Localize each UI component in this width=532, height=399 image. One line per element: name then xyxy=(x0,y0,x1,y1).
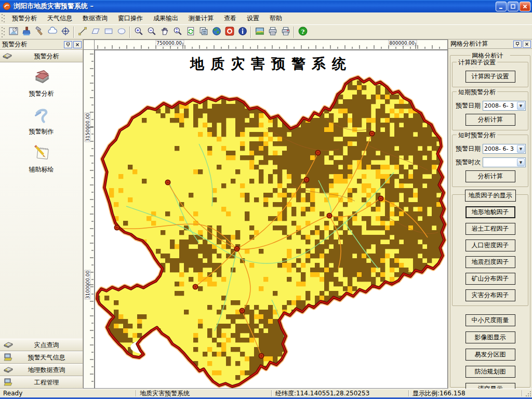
geo-factor-button-5[interactable]: 灾害分布因子 xyxy=(466,289,515,301)
short-term-date-combobox[interactable]: 2008- 6- 3 ▼ xyxy=(483,101,526,111)
zoom-in-icon xyxy=(134,26,143,37)
map-canvas[interactable]: 地质灾害预警系统 xyxy=(95,50,448,389)
left-panel-item-list: 预警分析预警制作辅助标绘 xyxy=(0,62,83,339)
polygon-tool-icon xyxy=(91,26,100,37)
menu-item-5[interactable]: 测量计算 xyxy=(183,12,219,24)
ruler-corner xyxy=(83,39,95,50)
menu-item-7[interactable]: 设置 xyxy=(242,12,264,24)
crosshair-icon xyxy=(61,26,70,37)
svg-text:750000.00: 750000.00 xyxy=(156,41,182,46)
geo-factor-button-3[interactable]: 地震烈度因子 xyxy=(466,256,515,268)
copy-layers-tool-button[interactable] xyxy=(197,26,210,38)
extra-button-0[interactable]: 中小尺度雨量 xyxy=(466,314,515,326)
status-cell-2: 经纬度:114.140551,28.250253 xyxy=(272,389,408,397)
extra-button-1[interactable]: 影像图显示 xyxy=(466,331,515,343)
short-time-session-combobox[interactable]: ▼ xyxy=(483,157,526,167)
geo-factor-button-2[interactable]: 人口密度因子 xyxy=(466,240,515,251)
line-tool-icon xyxy=(78,26,87,37)
left-panel-close-button[interactable] xyxy=(73,41,82,48)
menu-item-6[interactable]: 查看 xyxy=(219,12,242,24)
geo-factor-button-0[interactable]: 地形地貌因子 xyxy=(466,206,515,218)
short-time-analyze-button[interactable]: 分析计算 xyxy=(466,170,515,182)
bottom-category-0[interactable]: 灾点查询 xyxy=(0,339,83,351)
short-term-analyze-button[interactable]: 分析计算 xyxy=(466,114,515,126)
left-panel-pin-button[interactable] xyxy=(64,41,72,48)
window-title: 浏阳市地质灾害预警系统 – xyxy=(14,2,495,11)
zoom-extent-tool-button[interactable] xyxy=(171,26,184,38)
resize-grip[interactable] xyxy=(525,390,532,397)
menu-item-0[interactable]: 预警分析 xyxy=(7,12,42,24)
cloud-tool-button[interactable] xyxy=(46,26,59,38)
minimize-button[interactable] xyxy=(496,2,507,11)
globe-icon xyxy=(212,26,221,37)
right-panel-titlebar: 网格分析计算 xyxy=(448,39,532,49)
bottom-category-3[interactable]: 工程管理 xyxy=(0,376,83,389)
menu-item-8[interactable]: 帮助 xyxy=(264,12,287,24)
polygon-tool-tool-button[interactable] xyxy=(89,26,102,38)
status-cell-1: 地质灾害预警系统 xyxy=(137,389,271,397)
short-term-groupbox: 短期预警分析 预警日期 2008- 6- 3 ▼ 分析计算 xyxy=(452,91,528,130)
geo-factors-header-button[interactable]: 地质因子的显示 xyxy=(465,190,516,202)
right-panel-close-button[interactable] xyxy=(523,41,531,48)
maximize-button[interactable] xyxy=(508,2,518,11)
left-panel-section-header[interactable]: 预警分析 xyxy=(0,50,83,62)
svg-text:?: ? xyxy=(301,28,304,35)
chevron-down-icon[interactable]: ▼ xyxy=(517,145,525,153)
section-header-label: 预警分析 xyxy=(12,52,81,61)
menu-item-2[interactable]: 数据查询 xyxy=(77,12,113,24)
map-display-tool-button[interactable] xyxy=(253,26,266,38)
short-time-label: 短时预警分析 xyxy=(457,131,497,140)
factor-settings-button[interactable]: 计算因子设置 xyxy=(466,71,515,83)
status-bar: Ready地质灾害预警系统经纬度:114.140551,28.250253显示比… xyxy=(0,389,532,399)
short-time-date-label: 预警日期 xyxy=(456,144,483,153)
extra-button-2[interactable]: 易发分区图 xyxy=(466,349,515,361)
close-button[interactable] xyxy=(520,2,530,11)
vertical-ruler: 3150000.003100000.00 xyxy=(83,50,95,389)
paint-tool-button[interactable] xyxy=(20,26,33,38)
menu-bar: 预警分析天气信息数据查询窗口操作成果输出测量计算查看设置帮助 xyxy=(0,12,532,25)
satellite-image-tool-button[interactable] xyxy=(7,26,20,38)
scanner-icon xyxy=(2,51,12,61)
hammer-icon xyxy=(35,26,44,37)
left-panel-titlebar: 预警分析 xyxy=(0,39,83,50)
zoom-in-tool-button[interactable] xyxy=(132,26,145,38)
bottom-category-1[interactable]: 预警天气信息 xyxy=(0,351,83,364)
geo-factor-button-1[interactable]: 岩土工程因子 xyxy=(466,223,515,235)
sidebar-item-2[interactable]: 辅助标绘 xyxy=(0,143,83,174)
toolbar-separator xyxy=(73,26,74,38)
geo-factor-button-4[interactable]: 矿山分布因子 xyxy=(466,273,515,285)
rectangle-tool-tool-button[interactable] xyxy=(102,26,115,38)
toolbar-grip[interactable] xyxy=(1,26,6,38)
status-cell-0: Ready xyxy=(0,389,136,397)
menu-item-4[interactable]: 成果输出 xyxy=(148,12,183,24)
chevron-down-icon[interactable]: ▼ xyxy=(517,102,525,110)
zoom-out-tool-button[interactable] xyxy=(145,26,158,38)
status-cell-3: 显示比例:166.158 xyxy=(409,389,522,397)
menu-item-3[interactable]: 窗口操作 xyxy=(113,12,148,24)
chevron-down-icon[interactable]: ▼ xyxy=(517,158,525,166)
sidebar-item-1[interactable]: 预警制作 xyxy=(0,105,83,136)
right-panel-title: 网格分析计算 xyxy=(450,39,512,48)
menu-grip[interactable] xyxy=(1,14,6,23)
menu-item-1[interactable]: 天气信息 xyxy=(42,12,77,24)
zoom-extent-icon xyxy=(173,26,182,37)
extra-button-3[interactable]: 防治规划图 xyxy=(466,366,515,378)
refresh-tool-button[interactable] xyxy=(184,26,197,38)
help-tool-button[interactable]: ? xyxy=(296,26,309,38)
right-panel-pin-button[interactable] xyxy=(513,41,522,48)
crosshair-tool-button[interactable] xyxy=(59,26,72,38)
short-time-date-combobox[interactable]: 2008- 6- 3 ▼ xyxy=(483,144,526,154)
ellipse-tool-tool-button[interactable] xyxy=(115,26,128,38)
pan-hand-tool-button[interactable] xyxy=(158,26,171,38)
print-tool-button[interactable] xyxy=(266,26,279,38)
globe-tool-button[interactable] xyxy=(210,26,223,38)
sidebar-item-0[interactable]: 预警分析 xyxy=(0,68,83,98)
print-preview-tool-button[interactable] xyxy=(279,26,292,38)
bottom-category-2[interactable]: 地理数据查询 xyxy=(0,364,83,376)
hammer-tool-button[interactable] xyxy=(33,26,46,38)
short-term-label: 短期预警分析 xyxy=(457,88,497,97)
line-tool-tool-button[interactable] xyxy=(76,26,89,38)
stop-tool-button[interactable] xyxy=(223,26,236,38)
main-content: 预警分析 预警分析 预警分析预警制作辅助标绘 灾点查询预警天气信息地理数据查询工… xyxy=(0,39,532,389)
info-tool-button[interactable] xyxy=(236,26,249,38)
